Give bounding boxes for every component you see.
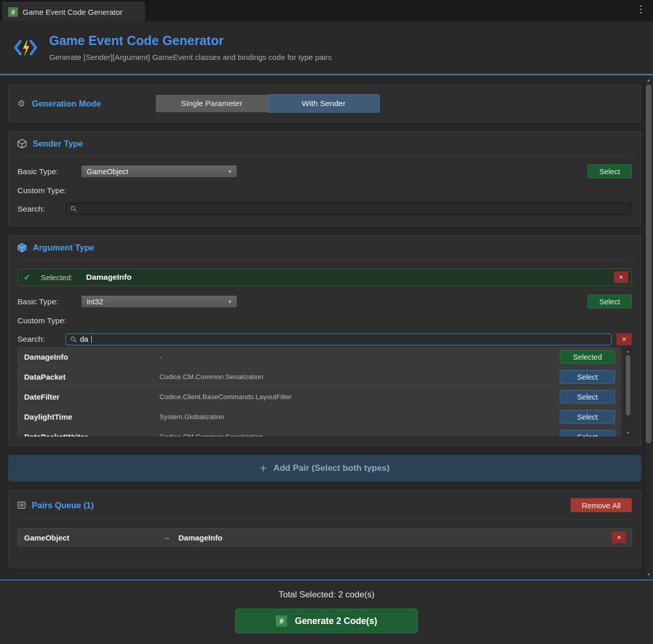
remove-all-button[interactable]: Remove All [570, 498, 632, 512]
scrollbar-thumb[interactable] [626, 355, 630, 416]
clear-selected-button[interactable]: ✕ [614, 271, 628, 283]
argument-search-value: da [80, 335, 88, 343]
remove-pair-button[interactable]: ✕ [611, 531, 626, 544]
table-row: DataPacketWriter Codice.CM.Common.Serial… [17, 427, 621, 437]
argument-select-button[interactable]: Select [587, 295, 632, 308]
selected-argument-banner: ✓ Selected: DamageInfo ✕ [17, 268, 632, 286]
chevron-down-icon: ▼ [228, 299, 232, 304]
pair-sender: GameObject [24, 533, 162, 542]
generation-mode-section: ⚙ Generation Mode Single Parameter With … [8, 85, 641, 122]
header: Game Event Code Generator Generate [Send… [0, 21, 653, 74]
type-name: DamageInfo [24, 352, 159, 361]
generation-mode-toggle: Single Parameter With Sender [155, 94, 380, 113]
results-scrollbar[interactable]: ▲ ▼ [624, 347, 632, 437]
search-label: Search: [17, 335, 66, 344]
window-menu-icon[interactable]: ⋮ [636, 4, 646, 14]
content: ⚙ Generation Mode Single Parameter With … [0, 75, 644, 579]
table-row: DaylightTime System.Globalization Select [17, 407, 621, 426]
pair-argument: DamageInfo [178, 533, 222, 542]
unity-window: # Game Event Code Generator ⋮ Game Event… [0, 0, 653, 644]
search-icon [70, 336, 77, 343]
custom-type-label: Custom Type: [17, 316, 66, 325]
sender-search-row: Search: [17, 203, 632, 215]
pair-row: GameObject → DamageInfo ✕ [17, 528, 632, 547]
main-area: ⚙ Generation Mode Single Parameter With … [0, 75, 653, 579]
type-namespace: - [159, 353, 162, 361]
single-parameter-button[interactable]: Single Parameter [155, 94, 268, 113]
selected-badge-button[interactable]: Selected [560, 350, 615, 364]
pairs-queue-section: Pairs Queue (1) Remove All GameObject → … [8, 490, 641, 568]
argument-search-input[interactable]: da [66, 334, 611, 345]
custom-type-label: Custom Type: [17, 186, 66, 195]
table-row: DateFilter Codice.Client.BaseCommands.La… [17, 387, 621, 406]
select-button[interactable]: Select [560, 390, 615, 404]
page-subtitle: Generate [Sender][Argument] GameEvent cl… [49, 53, 332, 61]
argument-search-row: Search: da ✕ [17, 333, 632, 345]
argument-type-section: Argument Type ✓ Selected: DamageInfo ✕ B… [8, 235, 641, 446]
divider [17, 519, 632, 520]
select-button[interactable]: Select [560, 410, 615, 424]
sender-custom-type-row: Custom Type: [17, 186, 632, 195]
sender-type-heading: Sender Type [17, 139, 632, 149]
add-pair-label: Add Pair (Select both types) [273, 463, 390, 473]
csharp-script-icon: # [8, 7, 18, 17]
divider [17, 155, 632, 156]
scroll-up-icon[interactable]: ▲ [644, 78, 653, 82]
sender-basic-type-dropdown[interactable]: GameObject ▼ [81, 165, 237, 178]
generate-label: Generate 2 Code(s) [295, 616, 377, 627]
search-icon [70, 205, 77, 212]
pairs-queue-heading: Pairs Queue (1) Remove All [17, 498, 632, 512]
search-result-rows: DamageInfo - Selected DataPacket Codice.… [17, 347, 621, 437]
sender-type-title: Sender Type [33, 139, 83, 149]
page-title: Game Event Code Generator [49, 33, 332, 48]
pairs-queue-title: Pairs Queue (1) [32, 501, 94, 510]
add-pair-button[interactable]: + Add Pair (Select both types) [8, 455, 641, 482]
search-results-list: DamageInfo - Selected DataPacket Codice.… [17, 347, 632, 437]
cube-filled-icon [17, 243, 27, 253]
tab-game-event-code-generator[interactable]: # Game Event Code Generator [2, 2, 145, 21]
clear-search-button[interactable]: ✕ [616, 333, 632, 345]
footer: Total Selected: 2 code(s) # Generate 2 C… [0, 579, 653, 644]
scroll-up-icon[interactable]: ▲ [624, 349, 632, 353]
type-namespace: Codice.Client.BaseCommands.LayoutFilter [159, 393, 292, 401]
divider [17, 259, 632, 260]
tab-bar: # Game Event Code Generator ⋮ [0, 0, 653, 21]
csharp-script-icon: # [276, 615, 287, 627]
scroll-down-icon[interactable]: ▼ [644, 572, 653, 577]
main-scrollbar[interactable]: ▲ ▼ [644, 75, 653, 579]
table-row: DamageInfo - Selected [17, 347, 621, 366]
type-name: DataPacketWriter [24, 432, 159, 437]
generation-mode-title: Generation Mode [32, 99, 101, 109]
type-namespace: System.Globalization [159, 413, 225, 421]
plus-icon: + [260, 463, 267, 474]
sender-basic-type-row: Basic Type: GameObject ▼ Select [17, 164, 632, 178]
basic-type-label: Basic Type: [17, 297, 81, 306]
type-namespace: Codice.CM.Common.Serialization [159, 373, 263, 381]
sender-search-input[interactable] [66, 203, 632, 215]
type-name: DateFilter [24, 392, 159, 401]
select-button[interactable]: Select [560, 370, 615, 384]
header-text: Game Event Code Generator Generate [Send… [49, 33, 332, 61]
table-row: DataPacket Codice.CM.Common.Serializatio… [17, 367, 621, 386]
scroll-down-icon[interactable]: ▼ [624, 431, 632, 434]
argument-type-title: Argument Type [33, 243, 94, 253]
cube-outline-icon [17, 139, 27, 149]
argument-basic-type-row: Basic Type: Int32 ▼ Select [17, 295, 632, 308]
argument-custom-type-row: Custom Type: [17, 316, 632, 325]
search-label: Search: [17, 204, 66, 214]
lightning-bolt-icon [13, 37, 38, 58]
arrow-right-icon: → [162, 533, 171, 542]
with-sender-button[interactable]: With Sender [268, 94, 380, 113]
generation-mode-heading: ⚙ Generation Mode [17, 99, 147, 109]
chevron-down-icon: ▼ [228, 169, 232, 174]
type-name: DataPacket [24, 372, 159, 381]
sender-basic-type-value: GameObject [87, 168, 128, 176]
tab-label: Game Event Code Generator [23, 8, 123, 16]
select-button[interactable]: Select [560, 430, 615, 437]
type-namespace: Codice.CM.Common.Serialization [159, 433, 263, 437]
sender-select-button[interactable]: Select [587, 164, 632, 178]
generate-codes-button[interactable]: # Generate 2 Code(s) [235, 609, 418, 633]
scrollbar-thumb[interactable] [646, 85, 651, 443]
text-caret [91, 336, 92, 343]
argument-basic-type-dropdown[interactable]: Int32 ▼ [81, 295, 237, 308]
